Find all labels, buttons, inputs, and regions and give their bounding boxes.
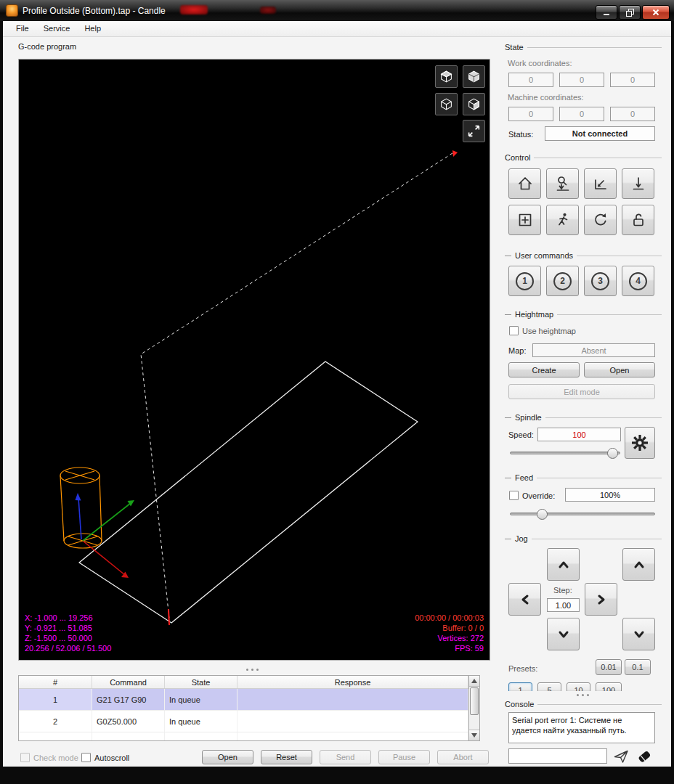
console-input[interactable]	[508, 748, 607, 764]
restore-button[interactable]	[619, 5, 641, 20]
preset-100-button[interactable]: 100	[596, 682, 622, 691]
arrow-down-icon	[555, 626, 572, 643]
heightmap-edit-mode-button[interactable]: Edit mode	[508, 384, 655, 399]
horizontal-splitter[interactable]	[246, 669, 259, 671]
viewport-label: G-code program	[18, 42, 76, 51]
spindle-toggle-button[interactable]	[625, 427, 655, 459]
check-mode-checkbox[interactable]	[20, 753, 30, 762]
jog-step-field[interactable]: 1.00	[547, 598, 580, 612]
spindle-slider-thumb[interactable]	[607, 448, 618, 459]
preset-10-button[interactable]: 10	[567, 682, 590, 691]
table-row[interactable]: 3 X19.711Y50.0856 In queue	[19, 732, 468, 741]
panel-splitter[interactable]	[577, 694, 589, 696]
preset-0.1-button[interactable]: 0.1	[625, 659, 651, 675]
menu-file[interactable]: File	[9, 21, 36, 36]
console-send-button[interactable]	[611, 748, 630, 764]
z-probe-button[interactable]	[546, 168, 579, 199]
jog-z-plus-button[interactable]	[622, 548, 655, 581]
fit-view-button[interactable]	[463, 120, 485, 142]
user-command-2-button[interactable]: 2	[546, 266, 579, 296]
close-button[interactable]	[642, 5, 670, 20]
cube-isometric-icon	[439, 70, 453, 83]
heightmap-create-button[interactable]: Create	[508, 362, 580, 377]
home-button[interactable]	[508, 168, 541, 199]
table-row[interactable]: 2 G0Z50.000 In queue	[19, 711, 468, 732]
unlock-button[interactable]	[622, 205, 654, 235]
jog-y-minus-button[interactable]	[547, 618, 580, 650]
table-row[interactable]: 1 G21 G17 G90 In queue	[19, 689, 468, 711]
pause-button[interactable]: Pause	[378, 750, 430, 764]
jog-x-plus-button[interactable]	[585, 583, 617, 616]
row-command-cell[interactable]: X19.711Y50.0856	[92, 732, 165, 741]
console-log[interactable]: Serial port error 1: Системе не удается …	[508, 712, 655, 743]
reset-grbl-button[interactable]	[584, 205, 617, 235]
scroll-up-button[interactable]	[469, 676, 479, 687]
user-command-3-button[interactable]: 3	[584, 266, 617, 296]
row-number-cell[interactable]: 1	[19, 689, 92, 710]
scroll-down-button[interactable]	[469, 730, 479, 740]
abort-button[interactable]: Abort	[437, 750, 489, 764]
feed-override-checkbox[interactable]	[509, 491, 519, 500]
minimize-button[interactable]	[596, 5, 617, 20]
restore-origin-button[interactable]	[508, 205, 541, 235]
row-state-cell[interactable]: In queue	[165, 732, 237, 741]
col-header-command[interactable]: Command	[92, 676, 165, 688]
col-header-response[interactable]: Response	[237, 676, 468, 688]
preset-0.01-button[interactable]: 0.01	[596, 659, 622, 675]
preset-5-button[interactable]: 5	[537, 682, 561, 691]
minimize-icon	[602, 8, 611, 17]
jog-y-plus-button[interactable]	[547, 548, 580, 581]
zero-xy-button[interactable]	[584, 168, 617, 199]
col-header-number[interactable]: #	[19, 676, 92, 688]
row-command-cell[interactable]: G21 G17 G90	[92, 689, 165, 710]
menu-help[interactable]: Help	[77, 21, 108, 36]
use-heightmap-checkbox[interactable]	[509, 326, 519, 335]
row-response-cell[interactable]	[237, 689, 468, 710]
gcode-table[interactable]: # Command State Response 1 G21 G17 G90 I…	[18, 675, 468, 741]
y-axis-arrow	[83, 503, 131, 541]
jog-z-minus-button[interactable]	[622, 618, 655, 650]
view-front-button[interactable]	[435, 93, 458, 115]
jog-x-minus-button[interactable]	[508, 583, 541, 616]
safe-position-button[interactable]	[546, 205, 579, 235]
row-command-cell[interactable]: G0Z50.000	[92, 711, 165, 732]
user-command-1-button[interactable]: 1	[508, 266, 541, 296]
feed-slider-thumb[interactable]	[537, 509, 548, 520]
table-scrollbar[interactable]	[468, 675, 480, 741]
row-number-cell[interactable]: 2	[19, 711, 92, 732]
row-response-cell[interactable]	[237, 711, 468, 732]
feed-section-header: Feed	[505, 473, 662, 483]
col-header-state[interactable]: State	[165, 676, 237, 688]
feed-override-field[interactable]: 100%	[565, 488, 655, 502]
heightmap-open-button[interactable]: Open	[584, 362, 655, 377]
circled-4-icon: 4	[629, 272, 647, 290]
row-response-cell[interactable]	[237, 732, 468, 741]
open-file-button[interactable]: Open	[202, 750, 253, 764]
menu-service[interactable]: Service	[36, 21, 78, 36]
restore-icon	[625, 8, 635, 17]
scrollbar-thumb[interactable]	[470, 687, 479, 715]
autoscroll-checkbox[interactable]	[81, 753, 91, 762]
console-clear-button[interactable]	[633, 748, 655, 764]
map-label: Map:	[508, 346, 526, 355]
row-number-cell[interactable]: 3	[19, 732, 92, 741]
row-state-cell[interactable]: In queue	[165, 711, 237, 732]
render-stats: 00:00:00 / 00:00:03 Buffer: 0 / 0 Vertic…	[415, 613, 484, 653]
send-program-button[interactable]: Send	[320, 750, 371, 764]
view-left-button[interactable]	[463, 93, 485, 115]
user-command-4-button[interactable]: 4	[622, 266, 654, 296]
feed-override-slider[interactable]	[510, 513, 655, 515]
preset-1-button[interactable]: 1	[508, 682, 532, 691]
view-isometric-button[interactable]	[435, 65, 458, 88]
spindle-speed-field[interactable]: 100	[537, 428, 621, 441]
reset-icon	[592, 211, 609, 229]
user-commands-section-header: User commands	[505, 250, 662, 261]
reset-table-button[interactable]: Reset	[261, 750, 312, 764]
view-top-button[interactable]	[463, 65, 485, 88]
row-state-cell[interactable]: In queue	[165, 689, 237, 710]
spindle-speed-slider[interactable]	[510, 452, 620, 454]
zero-z-button[interactable]	[622, 168, 654, 199]
title-bar[interactable]: Profile Outside (Bottom).tap - Candle	[0, 0, 674, 21]
gcode-viewport[interactable]: X: -1.000 ... 19.256 Y: -0.921 ... 51.08…	[18, 59, 490, 661]
toolpath-scene[interactable]	[19, 60, 490, 661]
